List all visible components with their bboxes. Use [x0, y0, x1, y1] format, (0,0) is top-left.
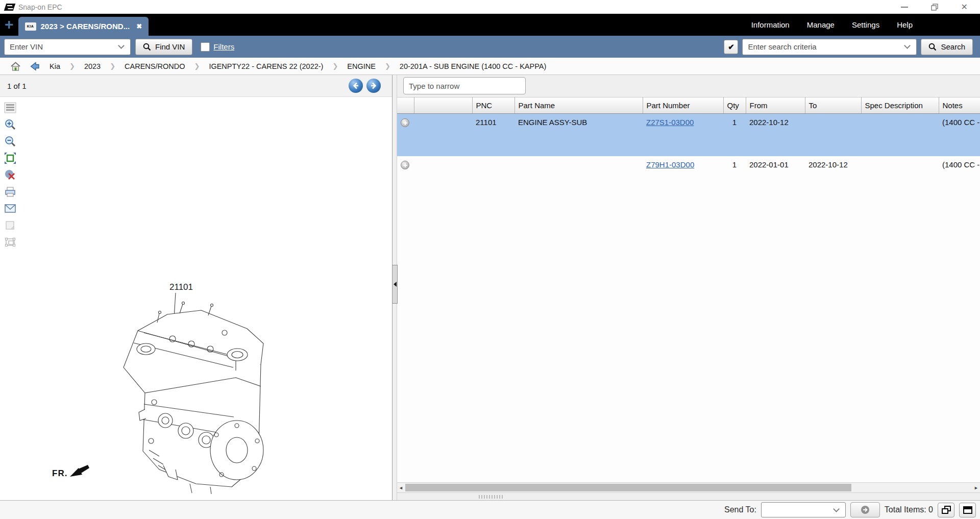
- search-button[interactable]: Search: [921, 39, 973, 55]
- back-arrow-icon[interactable]: [29, 61, 40, 71]
- vin-combo[interactable]: [4, 39, 131, 55]
- resize-grip-bar: [397, 492, 980, 500]
- new-tab-button[interactable]: +: [0, 15, 18, 35]
- chevron-down-icon[interactable]: [833, 506, 840, 512]
- cell-pnc: 21101: [472, 114, 514, 156]
- tab-close-icon[interactable]: ✖: [136, 22, 142, 30]
- col-to[interactable]: To: [805, 97, 861, 114]
- col-spec-description[interactable]: Spec Description: [861, 97, 939, 114]
- col-part-number[interactable]: Part Number: [643, 97, 723, 114]
- breadcrumb-model[interactable]: CARENS/RONDO: [122, 62, 187, 70]
- front-direction-mark: FR.: [52, 463, 90, 479]
- app-window: Snap-on EPC ✕ + KIA 2023 > CARENS/ROND..…: [0, 0, 980, 519]
- email-icon[interactable]: [3, 202, 17, 215]
- menu-manage[interactable]: Manage: [807, 20, 835, 29]
- zoom-in-icon[interactable]: [3, 118, 17, 131]
- table-header-row: PNC Part Name Part Number Qty From To Sp…: [397, 97, 980, 114]
- front-arrow-icon: [68, 463, 90, 479]
- fit-to-window-icon[interactable]: [3, 152, 17, 165]
- part-number-link[interactable]: Z79H1-03D00: [646, 160, 694, 169]
- send-go-button[interactable]: [850, 502, 880, 517]
- scroll-left-icon[interactable]: ◄: [397, 483, 405, 492]
- export-image-icon[interactable]: [3, 219, 17, 232]
- scroll-right-icon[interactable]: ►: [972, 483, 980, 492]
- go-arrow-icon: [861, 505, 870, 514]
- prev-page-button[interactable]: [349, 79, 363, 93]
- illustration-panel: 1 of 1: [0, 75, 393, 500]
- search-criteria-combo[interactable]: [742, 39, 917, 55]
- chevron-down-icon[interactable]: [904, 42, 911, 49]
- send-to-label: Send To:: [724, 505, 756, 514]
- col-qty[interactable]: Qty: [723, 97, 746, 114]
- title-bar: Snap-on EPC ✕: [0, 0, 980, 14]
- breadcrumb-separator: ❯: [332, 62, 338, 70]
- cell-from: 2022-01-01: [746, 156, 805, 199]
- col-part-name[interactable]: Part Name: [514, 97, 643, 114]
- window-title: Snap-on EPC: [18, 3, 62, 11]
- zoom-out-icon[interactable]: [3, 135, 17, 148]
- table-row[interactable]: 21101 ENGINE ASSY-SUB Z27S1-03D00 1 2022…: [397, 114, 980, 156]
- viewer-toolbar: [3, 101, 17, 249]
- part-number-link[interactable]: Z27S1-03D00: [646, 118, 694, 127]
- vin-input[interactable]: [5, 42, 117, 51]
- breadcrumb-section[interactable]: 20-201A - SUB ENGINE (1400 CC - KAPPA): [398, 62, 548, 70]
- parts-table: PNC Part Name Part Number Qty From To Sp…: [397, 97, 980, 482]
- print-icon[interactable]: [3, 185, 17, 199]
- menu-help[interactable]: Help: [897, 20, 913, 29]
- clear-selection-icon[interactable]: [3, 168, 17, 182]
- engine-diagram[interactable]: 21101: [108, 282, 287, 500]
- send-to-combo[interactable]: [761, 502, 846, 517]
- row-expand-button[interactable]: [401, 118, 409, 127]
- status-bar: Send To: Total Items: 0: [0, 500, 980, 519]
- search-icon: [928, 43, 937, 51]
- col-from[interactable]: From: [746, 97, 805, 114]
- tab-bar: + KIA 2023 > CARENS/ROND... ✖ Informatio…: [0, 14, 980, 36]
- horizontal-scrollbar[interactable]: ◄ ►: [397, 482, 980, 492]
- filters-checkbox[interactable]: [201, 42, 210, 52]
- breadcrumb-year[interactable]: 2023: [82, 62, 103, 70]
- type-to-narrow-input[interactable]: [403, 77, 526, 94]
- breadcrumb-catalog[interactable]: IGENPTY22 - CARENS 22 (2022-): [207, 62, 325, 70]
- chevron-down-icon[interactable]: [118, 42, 125, 49]
- cell-notes: (1400 CC - UNLEAD: [939, 114, 980, 156]
- col-blank[interactable]: [414, 97, 472, 114]
- menu-settings[interactable]: Settings: [852, 20, 879, 29]
- table-row[interactable]: Z79H1-03D00 1 2022-01-01 2022-10-12 (140…: [397, 156, 980, 199]
- splitter-handle[interactable]: [392, 265, 398, 304]
- search-label: Search: [941, 42, 965, 51]
- breadcrumb-group[interactable]: ENGINE: [345, 62, 378, 70]
- filters-label[interactable]: Filters: [213, 42, 234, 51]
- search-check-button[interactable]: ✔: [724, 40, 738, 54]
- breadcrumb: Kia ❯ 2023 ❯ CARENS/RONDO ❯ IGENPTY22 - …: [0, 58, 980, 75]
- cell-to: 2022-10-12: [805, 156, 861, 199]
- col-expander[interactable]: [397, 97, 414, 114]
- minimize-icon[interactable]: [901, 7, 908, 8]
- maximize-window-icon: [963, 506, 973, 514]
- find-vin-button[interactable]: Find VIN: [135, 39, 192, 55]
- thumbnail-strip-icon[interactable]: [3, 101, 17, 114]
- breadcrumb-make[interactable]: Kia: [47, 62, 62, 70]
- col-notes[interactable]: Notes: [939, 97, 980, 114]
- close-icon[interactable]: ✕: [961, 3, 968, 11]
- search-criteria-input[interactable]: [743, 42, 903, 51]
- cell-notes: (1400 CC - UNLEAD: [939, 156, 980, 199]
- restore-icon[interactable]: [930, 3, 939, 11]
- col-pnc[interactable]: PNC: [472, 97, 514, 114]
- panel-splitter[interactable]: [393, 75, 397, 500]
- scrollbar-thumb[interactable]: [405, 484, 851, 491]
- breadcrumb-separator: ❯: [385, 62, 390, 70]
- cascade-windows-button[interactable]: [938, 503, 954, 517]
- home-icon[interactable]: [10, 61, 21, 71]
- select-region-icon[interactable]: [3, 236, 17, 249]
- next-page-button[interactable]: [366, 79, 381, 93]
- tab-active[interactable]: KIA 2023 > CARENS/ROND... ✖: [18, 17, 149, 36]
- maximize-view-button[interactable]: [959, 503, 976, 517]
- breadcrumb-separator: ❯: [194, 62, 200, 70]
- toolbar: Find VIN Filters ✔ Search: [0, 36, 980, 58]
- menu-information[interactable]: Information: [751, 20, 790, 29]
- collapse-left-icon: [394, 282, 397, 287]
- cell-from: 2022-10-12: [746, 114, 805, 156]
- drag-grip-icon[interactable]: [479, 495, 503, 499]
- send-to-input[interactable]: [762, 506, 832, 514]
- row-expand-button[interactable]: [401, 161, 409, 169]
